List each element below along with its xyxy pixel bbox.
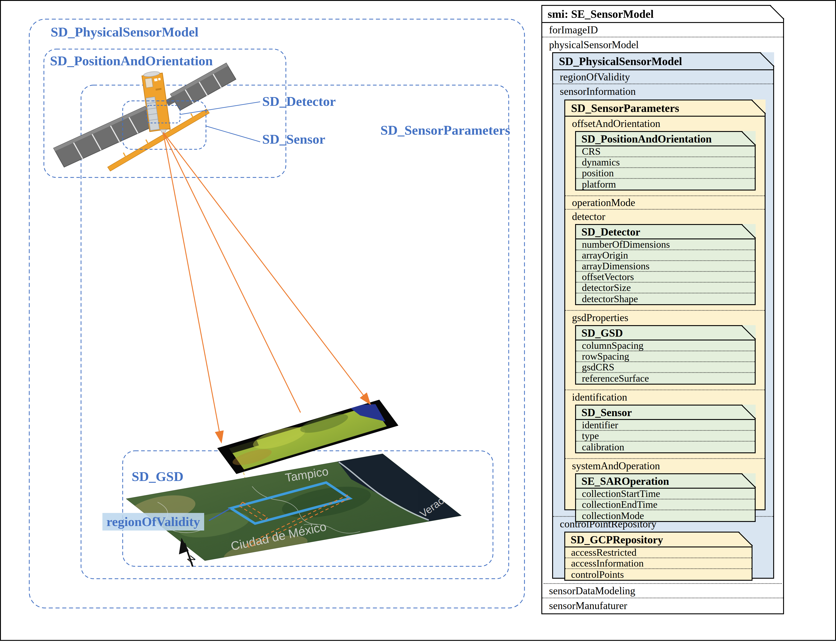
row-sensor-information: sensorInformation	[553, 84, 773, 98]
separator	[565, 384, 765, 390]
region-of-validity-label: regionOfValidity	[103, 513, 204, 531]
attribute-row: identifier	[576, 420, 755, 431]
node-title: SD_Detector	[576, 225, 755, 239]
attribute-row: accessInformation	[565, 558, 751, 569]
gsd-node: SD_GSD columnSpacing rowSpacing gsdCRS r…	[575, 325, 756, 384]
attribute-row: referenceSurface	[576, 373, 755, 384]
attribute-row: dynamics	[576, 157, 755, 168]
row-physical-sensor-model: physicalSensorModel	[542, 38, 783, 52]
row-operation-mode: operationMode	[565, 196, 765, 210]
row-sensor-manufaturer: sensorManufaturer	[542, 598, 783, 613]
physical-sensor-model-label: SD_PhysicalSensorModel	[51, 25, 199, 39]
attribute-row: type	[576, 431, 755, 441]
row-identification: identification	[565, 390, 765, 404]
attribute-row: gsdCRS	[576, 362, 755, 373]
attribute-row: offsetVectors	[576, 272, 755, 283]
row-sensor-data-modeling: sensorDataModeling	[542, 584, 783, 598]
gsd-label: SD_GSD	[132, 470, 183, 483]
sensor-label: SD_Sensor	[262, 132, 325, 146]
separator	[565, 305, 765, 311]
node-title: SD_GCPRepository	[565, 533, 751, 548]
row-gsd-properties: gsdProperties	[565, 311, 765, 324]
row-region-of-validity: regionOfValidity	[553, 70, 773, 84]
physical-sensor-model-node: SD_PhysicalSensorModel regionOfValidity …	[552, 52, 774, 579]
sensor-model-panel: smi: SE_SensorModel forImageID physicalS…	[541, 5, 784, 614]
position-and-orientation-node: SD_PositionAndOrientation CRS dynamics p…	[575, 131, 756, 191]
node-title: SD_PhysicalSensorModel	[553, 53, 773, 70]
position-and-orientation-label: SD_PositionAndOrientation	[50, 54, 213, 67]
node-title: SE_SAROperation	[576, 474, 755, 489]
attribute-row: collectionMode	[576, 510, 755, 521]
attribute-row: arrayOrigin	[576, 250, 755, 261]
attribute-row: accessRestricted	[565, 548, 751, 558]
separator	[565, 453, 765, 459]
attribute-row: rowSpacing	[576, 351, 755, 362]
gcp-repository-node: SD_GCPRepository accessRestricted access…	[564, 532, 753, 581]
attribute-row: numberOfDimensions	[576, 239, 755, 250]
sensor-node: SD_Sensor identifier type calibration	[575, 405, 756, 453]
sensor-parameters-label: SD_SensorParameters	[380, 123, 510, 137]
row-detector: detector	[565, 210, 765, 223]
satellite-left-solar-array	[54, 106, 156, 167]
svg-text:N: N	[185, 554, 198, 566]
attribute-row: columnSpacing	[576, 340, 755, 351]
node-title: SD_Sensor	[576, 405, 755, 420]
panel-title: smi: SE_SensorModel	[542, 6, 783, 23]
attribute-row: calibration	[576, 441, 755, 453]
right-ray-arrow	[163, 132, 370, 404]
sensor-view-rays	[163, 132, 370, 442]
attribute-row: platform	[576, 179, 755, 190]
row-offset-and-orientation: offsetAndOrientation	[565, 117, 765, 130]
attribute-row: arrayDimensions	[576, 261, 755, 272]
attribute-row: collectionStartTime	[576, 489, 755, 499]
separator	[565, 191, 765, 196]
attribute-row: collectionEndTime	[576, 499, 755, 510]
attribute-row: detectorShape	[576, 293, 755, 304]
sensor-parameters-node: SD_SensorParameters offsetAndOrientation…	[564, 100, 766, 510]
detector-label: SD_Detector	[262, 95, 336, 108]
row-system-and-operation: systemAndOperation	[565, 459, 765, 472]
attribute-row: CRS	[576, 146, 755, 157]
sar-operation-node: SE_SAROperation collectionStartTime coll…	[575, 473, 756, 522]
attribute-row: controlPoints	[565, 569, 751, 580]
sensor-model-figure: México Tampico Querétaro Ciudad de Méxic…	[0, 0, 836, 644]
node-title: SD_PositionAndOrientation	[576, 132, 755, 146]
node-title: SD_GSD	[576, 326, 755, 340]
attribute-row: position	[576, 168, 755, 179]
attribute-row: detectorSize	[576, 283, 755, 293]
node-title: SD_SensorParameters	[565, 100, 765, 117]
row-for-image-id: forImageID	[542, 23, 783, 38]
left-ray-arrow	[163, 132, 221, 442]
detector-node: SD_Detector numberOfDimensions arrayOrig…	[575, 224, 756, 305]
sensor-label-connector	[206, 126, 260, 142]
